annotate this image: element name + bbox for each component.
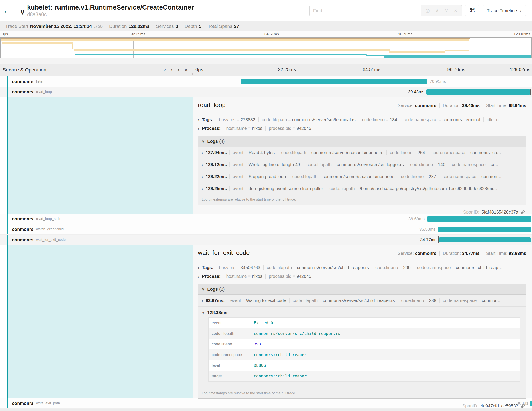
meta-start-label: Start Time: [486, 103, 508, 108]
log-key: event [233, 162, 249, 167]
log-value: deregistering event source from poller [248, 186, 323, 191]
find-clear-icon[interactable]: × [454, 8, 457, 14]
span-bar[interactable] [426, 89, 530, 95]
chevron-right-icon[interactable]: › [202, 151, 203, 155]
top-bar-actions: ◎ ∧ ∨ × ⌘ Trace Timeline ∨ [310, 5, 532, 16]
logs-header[interactable]: ∨ Logs (2) [198, 284, 526, 295]
minimap-canvas[interactable] [0, 37, 532, 58]
minimap-span-bar [74, 49, 390, 51]
span-bar[interactable] [438, 227, 531, 232]
shortcuts-button[interactable]: ⌘ [465, 5, 479, 16]
operation-name: wait_for_exit_code [36, 238, 66, 242]
span-bar[interactable] [439, 237, 531, 243]
span-row-watch-grandchild[interactable]: conmonrs watch_grandchild 35.58ms [0, 224, 532, 235]
log-field: code.filepathconmon-rs/server/src/child_… [289, 298, 398, 303]
operation-name: listen [36, 79, 44, 83]
collapse-all-icon[interactable]: » [176, 68, 181, 71]
log-entry[interactable]: › 127.94ms: eventRead 4 bytes code.filep… [198, 147, 526, 159]
find-next-icon[interactable]: ∨ [445, 8, 448, 14]
span-name-cell[interactable]: conmonrs listen [0, 76, 193, 87]
timeline-tick: 32.25ms [278, 67, 296, 72]
span-row-wait-for-exit-code[interactable]: conmonrs wait_for_exit_code 34.77ms [0, 235, 532, 245]
find-prev-icon[interactable]: ∧ [436, 8, 439, 14]
detail-meta: Service: conmonrs Duration: 39.43ms Star… [395, 103, 526, 108]
log-entry[interactable]: › 128.22ms: eventStopping read loop code… [198, 171, 526, 183]
log-field: eventderegistering event source from pol… [229, 186, 326, 191]
log-entry-expanded: ∨ 128.33ms eventExited 0 code.filepathco… [198, 307, 526, 389]
kv-key: level [212, 363, 254, 368]
log-entry[interactable]: › 93.87ms: eventWaiting for exit code co… [198, 295, 526, 307]
chevron-down-icon: ∨ [202, 139, 205, 144]
log-key: event [233, 174, 249, 179]
span-name-cell[interactable]: conmonrs read_loop_stdin [0, 214, 193, 224]
log-timestamp: 128.25ms: [206, 186, 227, 191]
span-bar[interactable] [427, 216, 531, 222]
process-row[interactable]: › Process: host.namenixos process.pid942… [198, 272, 526, 281]
logs-box: ∨ Logs (4) › 127.94ms: eventRead 4 bytes… [198, 136, 526, 205]
tag-key: code.lineno [375, 265, 403, 270]
tags-row[interactable]: › Tags: busy_ns273882 code.filepathconmo… [198, 116, 526, 124]
logs-count: (2) [219, 287, 225, 292]
depth-label: Depth [185, 24, 197, 29]
chevron-right-icon[interactable]: › [202, 298, 203, 303]
log-entry-expanded-header[interactable]: ∨ 128.33ms [202, 310, 522, 315]
find-input[interactable] [310, 5, 421, 16]
log-kv-table: eventExited 0 code.filepathconmon-rs/ser… [208, 317, 520, 382]
expand-all-icon[interactable]: » [185, 67, 187, 72]
tag-key: code.lineno [362, 117, 390, 122]
back-button[interactable]: ← [0, 0, 14, 21]
span-timeline-cell[interactable]: 35.58ms [193, 224, 532, 235]
chevron-right-icon[interactable]: › [202, 175, 203, 179]
locate-icon[interactable]: ◎ [426, 8, 430, 14]
find-icons: ◎ ∧ ∨ × [421, 5, 462, 16]
collapse-one-icon[interactable]: ∨ [163, 67, 166, 73]
log-timestamp: 128.33ms [207, 310, 227, 315]
chevron-right-icon[interactable]: › [202, 186, 203, 191]
span-name-cell[interactable]: conmonrs write_exit_path [0, 398, 193, 408]
span-timeline-cell[interactable]: 34.77ms [193, 235, 532, 245]
span-row-listen[interactable]: conmonrs listen 70.91ms [0, 76, 532, 87]
meta-duration-label: Duration: [443, 251, 461, 256]
summary-total-spans: Total Spans 27 [205, 24, 242, 29]
span-name-cell[interactable]: conmonrs wait_for_exit_code [0, 235, 193, 245]
span-row-write-exit-path[interactable]: conmonrs write_exit_path 303μs [0, 398, 532, 409]
log-value: Read 4 bytes [248, 150, 275, 155]
span-bar[interactable] [530, 401, 532, 406]
divider [198, 260, 526, 260]
summary-trace-start: Trace Start November 15 2022, 11:24:14.7… [2, 24, 106, 29]
tag-value: conmonrs::terminal [442, 117, 480, 122]
minimap-tick: 129.02ms [513, 32, 530, 36]
logs-note: Log timestamps are relative to the start… [198, 389, 526, 398]
chevron-right-icon[interactable]: › [198, 265, 199, 270]
trace-collapse-chevron-icon[interactable]: ∨ [20, 6, 25, 16]
span-bar[interactable] [241, 79, 427, 84]
logs-header[interactable]: ∨ Logs (4) [198, 136, 526, 147]
span-timeline-cell[interactable]: 39.43ms [193, 87, 532, 97]
span-row-read-loop-stdin[interactable]: conmonrs read_loop_stdin 39.69ms [0, 214, 532, 224]
minimap-right-handle[interactable] [531, 38, 531, 58]
service-name: conmonrs [12, 216, 34, 222]
span-timeline-cell[interactable]: 303μs [193, 398, 532, 408]
log-key: event [233, 186, 249, 191]
log-field: code.lineno264 [387, 150, 428, 155]
process-row[interactable]: › Process: host.namenixos process.pid942… [198, 124, 526, 133]
chevron-right-icon[interactable]: › [198, 126, 199, 131]
span-name-cell[interactable]: conmonrs watch_grandchild [0, 224, 193, 235]
view-selector-button[interactable]: Trace Timeline ∨ [483, 5, 526, 16]
chevron-right-icon[interactable]: › [202, 163, 203, 167]
operation-name: read_loop [36, 90, 52, 94]
tags-row[interactable]: › Tags: busy_ns34506763 code.filepathcon… [198, 263, 526, 272]
log-value: Waiting for exit code [246, 298, 286, 303]
chevron-right-icon[interactable]: › [198, 118, 199, 122]
span-timeline-cell[interactable]: 70.91ms [193, 76, 532, 87]
span-row-read-loop[interactable]: conmonrs read_loop 39.43ms [0, 87, 532, 97]
span-name-cell[interactable]: conmonrs read_loop [0, 87, 193, 97]
minimap-left-handle[interactable] [1, 38, 1, 58]
log-entry[interactable]: › 128.25ms: eventderegistering event sou… [198, 183, 526, 195]
span-timeline-cell[interactable]: 39.69ms [193, 214, 532, 224]
detail-panel: wait_for_exit_code Service: conmonrs Dur… [193, 245, 532, 398]
chevron-right-icon[interactable]: › [198, 274, 199, 279]
expand-one-icon[interactable]: › [171, 67, 173, 72]
log-entry[interactable]: › 128.12ms: eventWrote log line of lengt… [198, 159, 526, 171]
log-field: code.lineno287 [398, 174, 439, 179]
